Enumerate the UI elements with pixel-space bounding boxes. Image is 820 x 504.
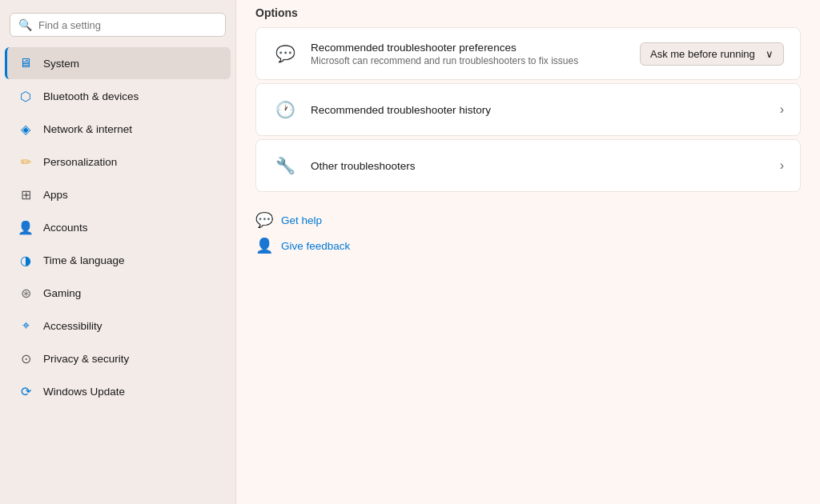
link-label-give-feedback: Give feedback	[281, 240, 350, 252]
card-recommended-history: 🕐Recommended troubleshooter history›	[255, 83, 801, 136]
chevron-right-icon: ›	[780, 102, 784, 117]
accessibility-icon: ⌖	[18, 318, 34, 334]
sidebar-item-time[interactable]: ◑Time & language	[5, 244, 231, 276]
personalization-icon: ✏	[18, 154, 34, 170]
gaming-icon: ⊛	[18, 285, 34, 301]
give-feedback-icon: 👤	[255, 237, 273, 254]
sidebar-item-label-gaming: Gaming	[43, 287, 81, 299]
card-title-other-troubleshooters: Other troubleshooters	[311, 160, 767, 172]
card-icon-recommended-preferences: 💬	[272, 41, 298, 66]
sidebar-item-label-bluetooth: Bluetooth & devices	[43, 90, 139, 102]
sidebar-item-label-system: System	[43, 58, 79, 70]
sidebar-item-label-accessibility: Accessibility	[43, 320, 102, 332]
card-text-recommended-preferences: Recommended troubleshooter preferencesMi…	[311, 42, 627, 66]
bluetooth-icon: ⬡	[18, 88, 34, 104]
sidebar: 🔍 🖥System⬡Bluetooth & devices◈Network & …	[0, 0, 236, 504]
sidebar-item-bluetooth[interactable]: ⬡Bluetooth & devices	[5, 80, 231, 112]
sidebar-item-accessibility[interactable]: ⌖Accessibility	[5, 310, 231, 342]
link-get-help[interactable]: 💬Get help	[255, 211, 801, 229]
search-icon: 🔍	[18, 18, 32, 31]
dropdown-recommended-preferences[interactable]: Ask me before running∨	[640, 42, 784, 66]
system-icon: 🖥	[18, 55, 34, 71]
update-icon: ⟳	[18, 383, 34, 399]
search-input[interactable]	[38, 19, 217, 31]
sidebar-item-label-time: Time & language	[43, 254, 125, 266]
sidebar-item-label-privacy: Privacy & security	[43, 353, 129, 365]
privacy-icon: ⊙	[18, 350, 34, 366]
card-text-other-troubleshooters: Other troubleshooters	[311, 160, 767, 172]
accounts-icon: 👤	[18, 219, 34, 235]
time-icon: ◑	[18, 252, 34, 268]
card-recommended-preferences: 💬Recommended troubleshooter preferencesM…	[255, 27, 801, 80]
link-label-get-help: Get help	[281, 214, 322, 226]
sidebar-item-network[interactable]: ◈Network & internet	[5, 113, 231, 145]
sidebar-item-apps[interactable]: ⊞Apps	[5, 178, 231, 210]
chevron-right-icon: ›	[780, 158, 784, 173]
section-title: Options	[255, 6, 801, 19]
card-subtitle-recommended-preferences: Microsoft can recommend and run troubles…	[311, 55, 627, 66]
sidebar-item-update[interactable]: ⟳Windows Update	[5, 375, 231, 407]
main-content: Options 💬Recommended troubleshooter pref…	[236, 0, 820, 504]
card-text-recommended-history: Recommended troubleshooter history	[311, 104, 767, 116]
sidebar-item-system[interactable]: 🖥System	[5, 47, 231, 79]
sidebar-item-label-personalization: Personalization	[43, 156, 117, 168]
sidebar-item-label-accounts: Accounts	[43, 222, 88, 234]
chevron-down-icon: ∨	[766, 48, 774, 60]
card-icon-other-troubleshooters: 🔧	[272, 153, 298, 178]
sidebar-item-gaming[interactable]: ⊛Gaming	[5, 277, 231, 309]
search-box[interactable]: 🔍	[10, 13, 226, 37]
card-icon-recommended-history: 🕐	[272, 97, 298, 122]
get-help-icon: 💬	[255, 211, 273, 229]
card-title-recommended-history: Recommended troubleshooter history	[311, 104, 767, 116]
sidebar-item-label-network: Network & internet	[43, 123, 132, 135]
sidebar-item-personalization[interactable]: ✏Personalization	[5, 146, 231, 178]
card-title-recommended-preferences: Recommended troubleshooter preferences	[311, 42, 627, 54]
link-give-feedback[interactable]: 👤Give feedback	[255, 237, 801, 254]
sidebar-item-privacy[interactable]: ⊙Privacy & security	[5, 342, 231, 374]
card-other-troubleshooters: 🔧Other troubleshooters›	[255, 139, 801, 192]
network-icon: ◈	[18, 121, 34, 137]
sidebar-item-label-update: Windows Update	[43, 386, 125, 398]
dropdown-value: Ask me before running	[650, 48, 755, 60]
card-item-recommended-history[interactable]: 🕐Recommended troubleshooter history›	[256, 84, 800, 135]
sidebar-item-label-apps: Apps	[43, 189, 68, 201]
card-item-recommended-preferences[interactable]: 💬Recommended troubleshooter preferencesM…	[256, 28, 800, 79]
card-item-other-troubleshooters[interactable]: 🔧Other troubleshooters›	[256, 140, 800, 191]
sidebar-item-accounts[interactable]: 👤Accounts	[5, 211, 231, 243]
apps-icon: ⊞	[18, 186, 34, 202]
